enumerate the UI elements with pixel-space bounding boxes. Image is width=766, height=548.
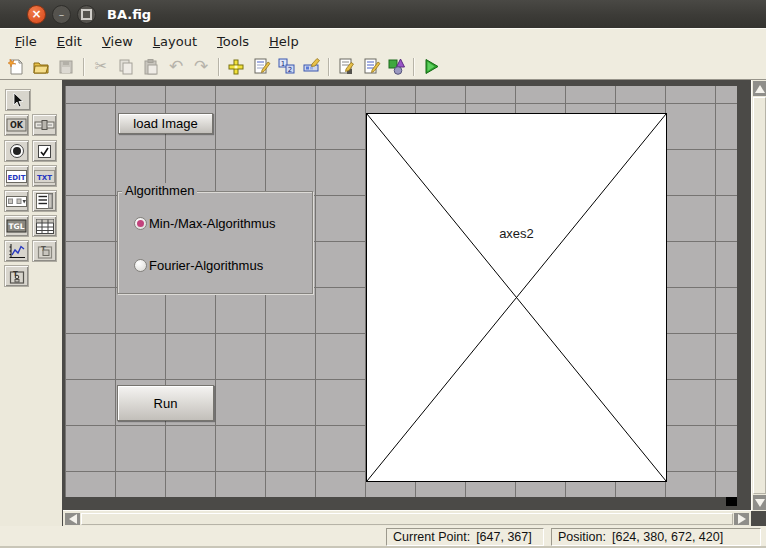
maximize-icon (81, 9, 92, 20)
align-objects-icon (227, 58, 245, 76)
main-area: OK (0, 80, 766, 526)
palette-popup-menu-tool[interactable] (4, 190, 29, 212)
object-browser-icon (387, 57, 406, 76)
svg-text:2: 2 (287, 66, 291, 74)
statusbar: Current Point: [647, 367] Position: [624… (0, 526, 766, 548)
axes2-placeholder[interactable]: axes2 (366, 113, 667, 482)
table-icon (36, 219, 54, 234)
menu-view[interactable]: View (95, 31, 140, 52)
figure-canvas[interactable]: load Image Algorithmen Min-/Max-Algorith… (65, 86, 737, 497)
palette-push-button-tool[interactable]: OK (4, 114, 29, 136)
menu-file[interactable]: File (8, 31, 44, 52)
palette-radio-button-tool[interactable] (4, 140, 29, 162)
toggle-button-icon: TGL (6, 219, 27, 233)
toolbar-separator (413, 58, 415, 76)
palette-axes-tool[interactable] (4, 240, 29, 262)
editor-button[interactable] (334, 55, 358, 79)
redo-icon: ↷ (194, 58, 208, 75)
palette-toggle-button-tool[interactable]: TGL (4, 215, 29, 237)
layout-area: load Image Algorithmen Min-/Max-Algorith… (62, 80, 766, 526)
scroll-down-button[interactable] (753, 495, 766, 510)
palette-button-group-tool[interactable]: T (4, 265, 29, 287)
tab-order-editor-icon: 1 2 (277, 57, 296, 76)
menu-editor-icon (252, 57, 271, 76)
position-box: Position: [624, 380, 672, 420] (551, 528, 761, 546)
menu-tools[interactable]: Tools (210, 31, 256, 52)
palette-table-tool[interactable] (32, 215, 57, 237)
maximize-button[interactable] (77, 5, 96, 24)
svg-text:EDIT: EDIT (8, 173, 26, 181)
undo-button[interactable]: ↶ (164, 55, 188, 79)
align-objects-button[interactable] (224, 55, 248, 79)
position-value: [624, 380, 672, 420] (612, 530, 723, 544)
minimize-button[interactable]: – (52, 5, 71, 24)
new-figure-icon (7, 58, 25, 76)
arrow-up-icon (755, 85, 765, 93)
axes2-label: axes2 (367, 226, 666, 241)
property-inspector-button[interactable] (359, 55, 383, 79)
radio-fourier-label: Fourier-Algorithmus (149, 258, 263, 273)
tab-order-editor-button[interactable]: 1 2 (274, 55, 298, 79)
menu-layout[interactable]: Layout (146, 31, 204, 52)
listbox-icon (36, 193, 53, 209)
palette-listbox-tool[interactable] (32, 190, 57, 212)
svg-text:OK: OK (10, 121, 24, 130)
component-palette: OK (0, 80, 62, 526)
editor-icon (337, 57, 356, 76)
scroll-left-button[interactable] (65, 513, 80, 525)
menu-help[interactable]: Help (262, 31, 306, 52)
scroll-up-button[interactable] (753, 81, 766, 96)
menubar: File Edit View Layout Tools Help (0, 28, 766, 54)
run-icon (422, 57, 441, 76)
run-button[interactable]: Run (117, 385, 214, 421)
toolbar-separator (83, 58, 85, 76)
window-title: BA.fig (107, 7, 151, 22)
copy-icon (117, 58, 135, 76)
menu-edit[interactable]: Edit (50, 31, 89, 52)
paste-button[interactable] (139, 55, 163, 79)
arrow-left-icon (69, 514, 77, 524)
toolbar: ✂ ↶ ↷ (0, 54, 766, 80)
palette-slider-tool[interactable] (32, 114, 57, 136)
copy-button[interactable] (114, 55, 138, 79)
save-icon (57, 58, 75, 76)
slider-icon (34, 119, 55, 131)
palette-static-text-tool[interactable]: TXT (32, 165, 57, 187)
new-figure-button[interactable] (4, 55, 28, 79)
svg-text:TGL: TGL (8, 222, 24, 231)
palette-edit-text-tool[interactable]: EDIT (4, 165, 29, 187)
toolbar-separator (328, 58, 330, 76)
radio-minmax[interactable]: Min-/Max-Algorithmus (134, 216, 275, 231)
menu-editor-button[interactable] (249, 55, 273, 79)
cut-button[interactable]: ✂ (89, 55, 113, 79)
radio-dot-0 (137, 220, 144, 227)
algorithm-panel[interactable]: Algorithmen Min-/Max-Algorithmus Fourier… (117, 191, 313, 294)
horizontal-scroll-thumb[interactable] (81, 513, 733, 525)
open-figure-button[interactable] (29, 55, 53, 79)
close-button[interactable]: × (27, 5, 46, 24)
run-button-label: Run (154, 396, 178, 411)
redo-button[interactable]: ↷ (189, 55, 213, 79)
palette-check-box-tool[interactable] (32, 140, 57, 162)
vertical-scroll-thumb[interactable] (753, 97, 766, 494)
undo-icon: ↶ (169, 58, 183, 75)
edit-text-icon: EDIT (6, 170, 27, 183)
horizontal-scrollbar[interactable] (63, 510, 751, 527)
radio-circle (134, 217, 147, 230)
figure-resize-handle[interactable] (726, 497, 737, 506)
axes-icon (8, 243, 26, 260)
cut-icon: ✂ (95, 59, 108, 74)
svg-text:1: 1 (280, 60, 284, 68)
popup-menu-icon (6, 196, 27, 207)
radio-fourier[interactable]: Fourier-Algorithmus (134, 258, 263, 273)
scroll-right-button[interactable] (734, 513, 749, 525)
run-figure-button[interactable] (419, 55, 443, 79)
save-figure-button[interactable] (54, 55, 78, 79)
palette-select-tool[interactable] (5, 89, 31, 111)
open-folder-icon (32, 58, 50, 76)
vertical-scrollbar[interactable] (751, 80, 766, 511)
object-browser-button[interactable] (384, 55, 408, 79)
load-image-button[interactable]: load Image (118, 113, 213, 134)
toolbar-editor-button[interactable] (299, 55, 323, 79)
palette-panel-tool[interactable]: T (32, 240, 57, 262)
